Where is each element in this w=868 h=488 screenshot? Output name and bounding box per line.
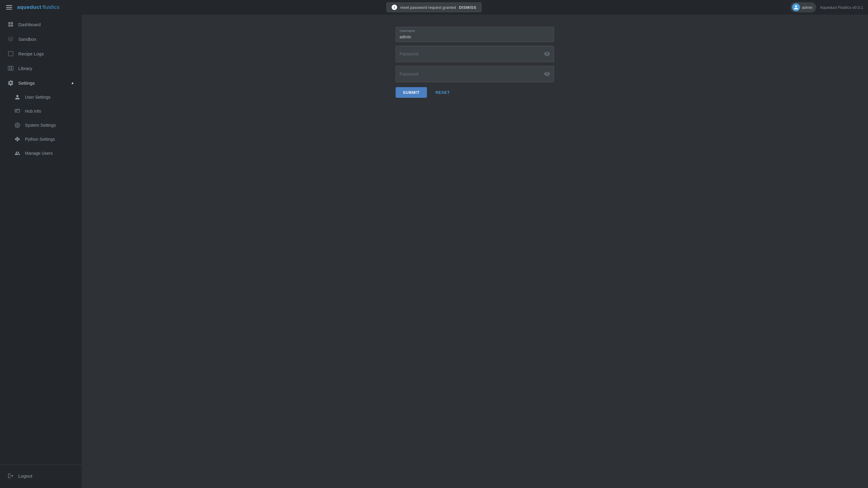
logout-icon <box>7 473 14 479</box>
sidebar-bottom: Logout <box>0 464 82 488</box>
username-input[interactable] <box>396 27 554 42</box>
menu-toggle-button[interactable] <box>5 4 13 11</box>
username-field-group: Username <box>396 27 554 42</box>
sidebar-item-system-settings-label: System Settings <box>25 123 56 128</box>
topbar-left: aqueduct fluidics <box>5 4 84 11</box>
sidebar-item-hub-info-label: Hub Info <box>25 109 41 113</box>
form-buttons: SUBMIT RESET <box>396 87 554 98</box>
settings-icon <box>7 79 14 86</box>
sidebar-item-library-label: Library <box>18 66 32 71</box>
sidebar-item-manage-users-label: Manage Users <box>25 151 53 156</box>
sidebar-item-settings-label: Settings <box>18 80 35 86</box>
sidebar-item-sandbox-label: Sandbox <box>18 37 36 42</box>
username-input-wrapper: Username <box>396 27 554 42</box>
user-settings-icon <box>14 94 21 100</box>
password1-field-group <box>396 46 554 62</box>
sidebar: Dashboard Sandbox Recipe Logs <box>0 14 82 488</box>
reset-password-form: Username <box>396 27 554 98</box>
sidebar-item-python-settings[interactable]: Python Settings <box>0 132 82 146</box>
sidebar-item-python-settings-label: Python Settings <box>25 137 55 142</box>
chevron-up-icon: ▲ <box>71 81 74 85</box>
info-icon: i <box>392 5 397 10</box>
python-settings-icon <box>14 136 21 142</box>
sidebar-item-logout[interactable]: Logout <box>0 468 82 483</box>
topbar-center: i reset password request granted DISMISS <box>84 2 784 12</box>
content-area: Username <box>82 14 868 488</box>
sandbox-icon <box>7 36 14 42</box>
notification-bar: i reset password request granted DISMISS <box>386 2 482 12</box>
sidebar-item-library[interactable]: Library <box>0 61 82 75</box>
main-layout: Dashboard Sandbox Recipe Logs <box>0 14 868 488</box>
sidebar-item-dashboard[interactable]: Dashboard <box>0 17 82 32</box>
manage-users-icon <box>14 150 21 157</box>
dismiss-button[interactable]: DISMISS <box>459 5 476 10</box>
library-icon <box>7 65 14 72</box>
sidebar-item-recipe-logs[interactable]: Recipe Logs <box>0 46 82 61</box>
sidebar-item-system-settings[interactable]: System Settings <box>0 118 82 132</box>
recipe-logs-icon <box>7 50 14 57</box>
submit-button[interactable]: SUBMIT <box>396 87 427 98</box>
app-version: Aqueduct Fluidics v0.0.1 <box>820 5 863 10</box>
svg-point-2 <box>17 125 18 126</box>
password2-field-group <box>396 66 554 82</box>
sidebar-item-recipe-logs-label: Recipe Logs <box>18 51 43 56</box>
topbar-right: admin Aqueduct Fluidics v0.0.1 <box>784 2 863 12</box>
admin-avatar <box>792 3 800 11</box>
dashboard-icon <box>7 21 14 28</box>
password1-input-wrapper <box>396 46 554 62</box>
password1-input[interactable] <box>396 46 554 62</box>
sidebar-item-hub-info[interactable]: Hub Info <box>0 104 82 118</box>
sidebar-item-dashboard-label: Dashboard <box>18 22 40 27</box>
sidebar-item-sandbox[interactable]: Sandbox <box>0 32 82 46</box>
sidebar-item-user-settings[interactable]: User Settings <box>0 90 82 104</box>
password2-input[interactable] <box>396 66 554 82</box>
sidebar-item-manage-users[interactable]: Manage Users <box>0 146 82 160</box>
admin-badge: admin <box>790 2 816 12</box>
password2-toggle-visibility[interactable] <box>544 71 550 77</box>
svg-rect-0 <box>8 52 13 56</box>
sidebar-item-logout-label: Logout <box>18 474 32 479</box>
sidebar-item-user-settings-label: User Settings <box>25 95 51 100</box>
admin-label: admin <box>802 5 812 10</box>
logo-aqueduct: aqueduct <box>17 4 41 10</box>
password1-toggle-visibility[interactable] <box>544 51 550 57</box>
topbar: aqueduct fluidics i reset password reque… <box>0 0 868 14</box>
logo-fluidics: fluidics <box>43 4 60 10</box>
sidebar-item-settings[interactable]: Settings ▲ <box>0 75 82 90</box>
password2-input-wrapper <box>396 66 554 82</box>
reset-button[interactable]: RESET <box>431 87 455 98</box>
settings-group: Settings ▲ User Settings Hub Info <box>0 75 82 160</box>
notification-message: reset password request granted <box>400 5 456 10</box>
system-settings-icon <box>14 122 21 129</box>
hub-info-icon <box>14 108 21 115</box>
sidebar-nav: Dashboard Sandbox Recipe Logs <box>0 14 82 464</box>
logo: aqueduct fluidics <box>17 4 60 10</box>
